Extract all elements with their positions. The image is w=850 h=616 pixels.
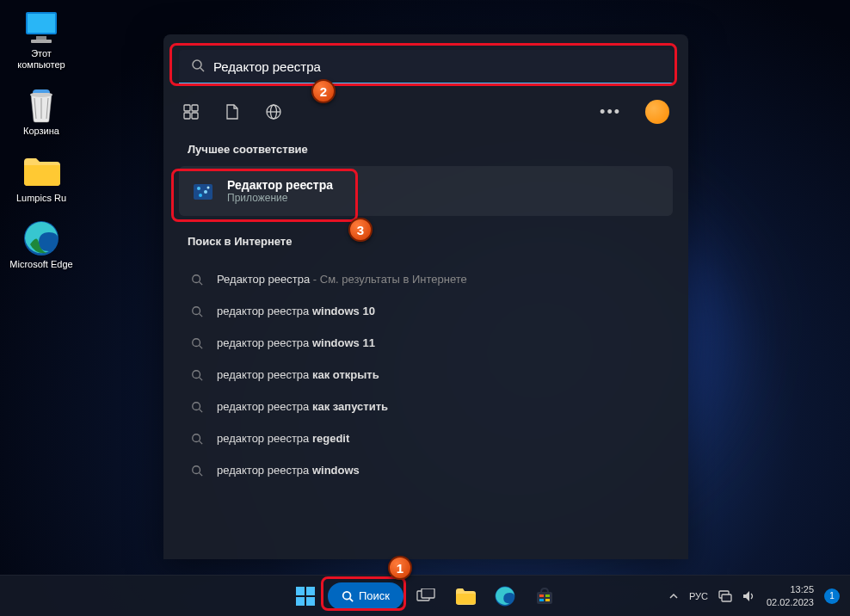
trash-icon <box>22 86 60 124</box>
volume-icon[interactable] <box>742 590 756 602</box>
search-icon <box>191 274 205 286</box>
svg-point-18 <box>199 194 202 197</box>
svg-line-31 <box>200 440 203 444</box>
svg-rect-34 <box>296 587 305 595</box>
svg-rect-47 <box>539 599 544 601</box>
search-icon <box>191 337 205 349</box>
desktop-icon-folder[interactable]: Lumpics Ru <box>9 153 74 204</box>
svg-rect-45 <box>539 594 544 597</box>
web-result-item[interactable]: редактор реестра как открыть <box>179 359 673 391</box>
web-result-text: редактор реестра как открыть <box>217 368 379 381</box>
web-result-text: редактор реестра как запустить <box>217 400 388 413</box>
svg-rect-15 <box>194 184 212 200</box>
taskbar-right: РУС 13:25 02.02.2023 1 <box>668 583 840 608</box>
search-icon <box>191 401 205 413</box>
web-result-item[interactable]: редактор реестра windows 10 <box>179 295 673 327</box>
search-icon <box>191 305 205 317</box>
web-result-text: редактор реестра windows <box>217 464 360 477</box>
taskbar-edge[interactable] <box>488 579 522 613</box>
tray-chevron-icon[interactable] <box>668 591 679 601</box>
registry-editor-icon <box>191 179 215 203</box>
svg-line-21 <box>200 281 203 285</box>
best-match-heading: Лучшее соответствие <box>163 136 688 166</box>
desktop-icons: Этот компьютер Корзина Lumpics Ru Micros… <box>9 9 74 270</box>
search-icon <box>191 59 205 72</box>
svg-point-6 <box>193 60 201 69</box>
svg-line-29 <box>200 409 203 412</box>
search-input[interactable] <box>179 50 673 84</box>
svg-point-32 <box>193 465 200 473</box>
svg-rect-35 <box>306 587 315 595</box>
search-panel: ••• Лучшее соответствие Редактор реестра… <box>163 34 688 559</box>
svg-rect-2 <box>36 36 46 40</box>
apps-filter-icon[interactable] <box>182 103 200 120</box>
svg-point-17 <box>204 190 207 194</box>
svg-rect-8 <box>184 105 190 111</box>
network-icon[interactable] <box>718 590 732 602</box>
svg-rect-9 <box>192 105 198 111</box>
documents-filter-icon[interactable] <box>224 103 241 120</box>
start-button[interactable] <box>288 579 323 613</box>
best-match-result[interactable]: Редактор реестра Приложение <box>179 166 673 216</box>
icon-label: Lumpics Ru <box>16 193 66 204</box>
svg-line-27 <box>200 377 203 380</box>
svg-point-20 <box>193 274 200 282</box>
web-result-item[interactable]: редактор реестра как запустить <box>179 391 673 422</box>
svg-line-25 <box>200 345 203 348</box>
search-icon <box>191 369 205 381</box>
best-match-title: Редактор реестра <box>227 178 333 192</box>
more-options-icon[interactable]: ••• <box>600 103 621 121</box>
language-indicator[interactable]: РУС <box>689 591 708 601</box>
svg-rect-41 <box>422 588 434 598</box>
svg-line-39 <box>350 598 354 601</box>
taskbar-search-button[interactable]: Поиск <box>328 582 403 610</box>
svg-point-38 <box>343 591 351 599</box>
desktop-icon-edge[interactable]: Microsoft Edge <box>9 219 74 270</box>
svg-point-16 <box>197 187 200 190</box>
svg-rect-50 <box>722 594 731 601</box>
desktop-icon-recycle-bin[interactable]: Корзина <box>9 86 74 137</box>
web-result-item[interactable]: редактор реестра regedit <box>179 422 673 454</box>
taskbar-store[interactable] <box>527 579 562 613</box>
folder-icon <box>22 153 60 191</box>
svg-point-22 <box>193 306 200 314</box>
desktop-icon-this-pc[interactable]: Этот компьютер <box>9 9 74 71</box>
svg-rect-48 <box>545 599 550 601</box>
svg-rect-37 <box>306 597 315 606</box>
web-result-text: редактор реестра regedit <box>217 432 349 445</box>
taskbar-task-view[interactable] <box>409 579 443 613</box>
web-result-item[interactable]: редактор реестра windows <box>179 454 673 486</box>
web-result-item[interactable]: Редактор реестра - См. результаты в Инте… <box>179 263 673 295</box>
icon-label: Этот компьютер <box>9 48 74 71</box>
svg-line-33 <box>200 472 203 476</box>
web-filter-icon[interactable] <box>265 103 282 120</box>
svg-rect-1 <box>28 14 55 33</box>
svg-point-26 <box>193 370 200 378</box>
taskbar-explorer[interactable] <box>448 579 483 613</box>
taskbar-date: 02.02.2023 <box>767 596 814 608</box>
notification-badge[interactable]: 1 <box>824 588 840 604</box>
web-search-heading: Поиск в Интернете <box>163 216 688 258</box>
svg-point-24 <box>193 338 200 346</box>
user-avatar[interactable] <box>645 100 669 124</box>
svg-rect-11 <box>192 113 198 119</box>
filter-bar: ••• <box>163 93 688 136</box>
taskbar-clock[interactable]: 13:25 02.02.2023 <box>767 583 814 608</box>
web-result-text: Редактор реестра - См. результаты в Инте… <box>217 273 467 286</box>
svg-rect-10 <box>184 113 190 119</box>
svg-line-23 <box>200 313 203 317</box>
search-icon <box>191 433 205 445</box>
icon-label: Корзина <box>23 126 59 137</box>
web-result-text: редактор реестра windows 11 <box>217 336 375 349</box>
svg-rect-46 <box>545 594 550 597</box>
search-icon <box>191 465 205 477</box>
edge-icon <box>22 219 60 257</box>
svg-rect-3 <box>31 40 52 43</box>
search-pill-label: Поиск <box>359 589 390 602</box>
svg-rect-42 <box>456 594 476 604</box>
web-result-item[interactable]: редактор реестра windows 11 <box>179 327 673 359</box>
taskbar: Поиск РУС <box>0 575 850 616</box>
svg-rect-44 <box>537 592 552 604</box>
svg-point-30 <box>193 434 200 441</box>
svg-line-7 <box>200 68 204 71</box>
